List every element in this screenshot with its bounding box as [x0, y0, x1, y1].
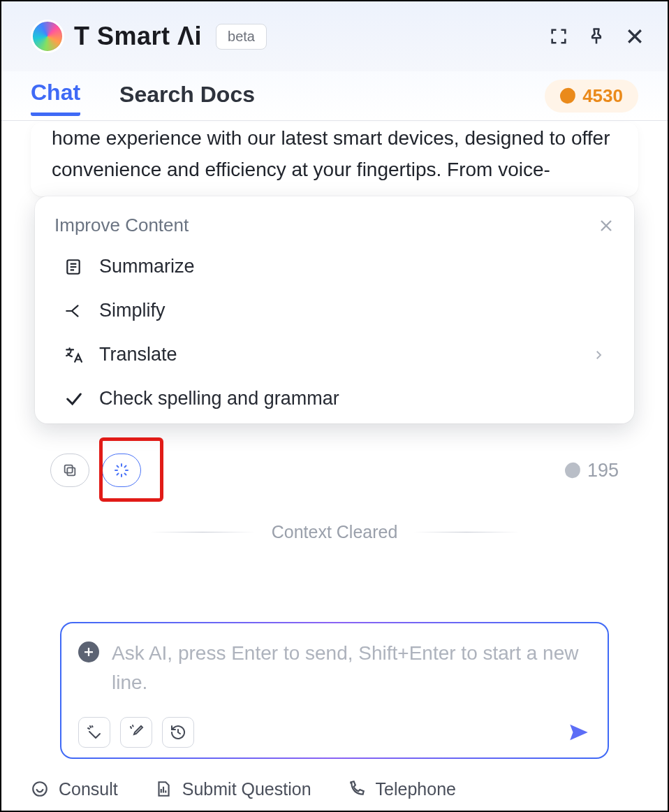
brush-tool-button[interactable]: [120, 717, 152, 748]
context-cleared-row: Context Cleared: [31, 522, 638, 542]
send-button[interactable]: [567, 720, 591, 744]
add-button[interactable]: [78, 641, 99, 662]
content-area: home experience with our latest smart de…: [1, 121, 668, 767]
pin-icon[interactable]: [587, 27, 606, 46]
credit-icon: [559, 87, 576, 104]
improve-translate[interactable]: Translate: [53, 333, 616, 377]
popup-close-icon[interactable]: [598, 217, 615, 234]
context-cleared-label: Context Cleared: [272, 522, 398, 542]
expand-icon[interactable]: [549, 27, 568, 46]
improve-button[interactable]: [102, 454, 141, 487]
improve-translate-label: Translate: [99, 344, 177, 365]
header-bar: T Smart Λi beta: [1, 1, 668, 71]
summarize-icon: [64, 258, 84, 276]
simplify-icon: [64, 302, 84, 320]
footer-submit-question[interactable]: Submit Question: [154, 779, 311, 799]
beta-badge: beta: [216, 24, 267, 50]
svg-rect-2: [65, 465, 73, 473]
translate-icon: [64, 346, 84, 364]
improve-check-grammar[interactable]: Check spelling and grammar: [53, 377, 616, 421]
credits-balance: 4530: [582, 85, 623, 107]
chevron-right-icon: [592, 349, 605, 361]
chat-input-placeholder: Ask AI, press Enter to send, Shift+Enter…: [112, 639, 591, 697]
submit-question-icon: [154, 780, 172, 798]
consult-icon: [31, 780, 49, 798]
copy-button[interactable]: [50, 454, 89, 487]
wand-tool-button[interactable]: [78, 717, 110, 748]
improve-summarize-label: Summarize: [99, 256, 195, 277]
telephone-icon: [348, 780, 366, 798]
history-tool-button[interactable]: [162, 717, 194, 748]
footer-telephone-label: Telephone: [376, 779, 456, 799]
footer-consult-label: Consult: [59, 779, 118, 799]
cost-icon: [564, 461, 581, 479]
footer-telephone[interactable]: Telephone: [348, 779, 456, 799]
chat-input-box[interactable]: Ask AI, press Enter to send, Shift+Enter…: [60, 622, 609, 759]
improve-summarize[interactable]: Summarize: [53, 245, 616, 289]
credits-pill[interactable]: 4530: [545, 80, 638, 113]
divider-line: [414, 532, 519, 532]
improve-simplify[interactable]: Simplify: [53, 289, 616, 333]
message-action-row: 195: [31, 441, 638, 502]
tab-search-docs[interactable]: Search Docs: [119, 78, 255, 115]
svg-rect-1: [67, 467, 75, 475]
check-icon: [64, 389, 84, 409]
improve-simplify-label: Simplify: [99, 300, 166, 321]
tabs-row: Chat Search Docs 4530: [1, 71, 668, 120]
footer-submit-label: Submit Question: [182, 779, 311, 799]
message-text: home experience with our latest smart de…: [52, 122, 617, 192]
footer-consult[interactable]: Consult: [31, 779, 118, 799]
svg-point-3: [33, 782, 47, 796]
app-logo-icon: [31, 20, 64, 53]
message-card: home experience with our latest smart de…: [31, 122, 638, 196]
tab-chat[interactable]: Chat: [31, 75, 80, 116]
close-icon[interactable]: [624, 26, 645, 47]
improve-check-label: Check spelling and grammar: [99, 388, 339, 409]
app-title: T Smart Λi: [74, 22, 202, 51]
improve-title: Improve Content: [54, 215, 189, 236]
cost-indicator: 195: [565, 460, 619, 481]
divider-line: [150, 532, 255, 532]
improve-content-popup: Improve Content Summarize Simplify Trans…: [35, 196, 634, 423]
footer-bar: Consult Submit Question Telephone: [1, 767, 668, 811]
cost-value: 195: [587, 460, 619, 481]
